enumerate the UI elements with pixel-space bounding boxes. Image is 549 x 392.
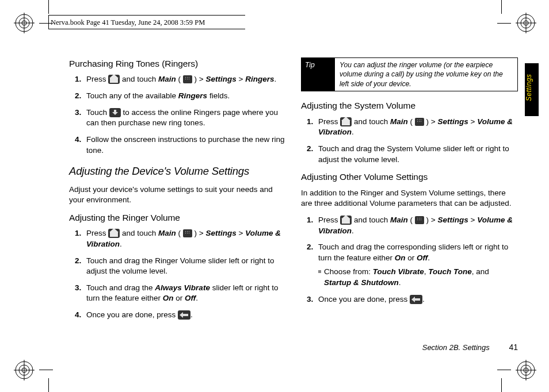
main-grid-icon — [415, 118, 424, 126]
registration-mark-bl — [14, 360, 35, 381]
cropmark — [48, 378, 49, 392]
home-icon — [108, 229, 120, 238]
step-3: Touch to access the online Ringers page … — [77, 107, 286, 129]
intro-other: In addition to the Ringer and System Vol… — [301, 188, 518, 209]
sub-choose-from: Choose from: Touch Vibrate, Touch Tone, … — [318, 267, 518, 288]
book-header-meta: Nerva.book Page 41 Tuesday, June 24, 200… — [51, 18, 205, 27]
step-1: Press and touch Main ( ) > Settings > Vo… — [309, 117, 518, 138]
intro-adjust: Adjust your device's volume settings to … — [69, 185, 286, 206]
bullet-icon — [318, 270, 321, 273]
tip-box: Tip You can adjust the ringer volume (or… — [301, 57, 518, 91]
step-3: Touch and drag the Always Vibrate slider… — [77, 283, 286, 304]
home-icon — [340, 216, 352, 225]
cropmark — [497, 23, 511, 24]
home-icon — [108, 75, 120, 84]
left-column: Purchasing Ring Tones (Ringers) Press an… — [69, 57, 286, 356]
tip-label: Tip — [302, 58, 335, 91]
steps-ringer: Press and touch Main ( ) > Settings > Vo… — [77, 228, 286, 320]
heading-ringer-volume: Adjusting the Ringer Volume — [69, 212, 286, 224]
step-4: Once you are done, press . — [77, 310, 286, 321]
download-icon — [109, 108, 121, 117]
main-grid-icon — [183, 75, 192, 83]
registration-mark-br — [516, 360, 536, 381]
back-icon — [410, 295, 422, 304]
back-icon — [178, 310, 190, 320]
tip-text: You can adjust the ringer volume (or the… — [335, 58, 517, 91]
right-column: Tip You can adjust the ringer volume (or… — [301, 57, 518, 356]
cropmark — [497, 370, 511, 370]
main-grid-icon — [415, 216, 424, 224]
step-2: Touch and drag the System Volume slider … — [309, 144, 518, 165]
cropmark — [39, 370, 53, 370]
heading-adjust-device-volume: Adjusting the Device's Volume Settings — [69, 164, 286, 179]
home-icon — [340, 117, 352, 126]
steps-other-cont: Once you are done, press . — [309, 294, 518, 305]
side-tab-settings: Settings — [525, 63, 539, 116]
step-3: Once you are done, press . — [309, 294, 518, 305]
heading-system-volume: Adjusting the System Volume — [301, 99, 518, 112]
step-2: Touch any of the available Ringers field… — [77, 91, 286, 102]
steps-other: Press and touch Main ( ) > Settings > Vo… — [309, 215, 518, 264]
page-number: 41 — [509, 343, 518, 352]
step-1: Press and touch Main ( ) > Settings > Vo… — [309, 215, 518, 236]
cropmark — [501, 378, 502, 392]
registration-mark-tr — [516, 13, 536, 33]
page-content: Purchasing Ring Tones (Ringers) Press an… — [69, 57, 518, 356]
step-1: Press and touch Main ( ) > Settings > Ri… — [77, 74, 286, 85]
steps-system: Press and touch Main ( ) > Settings > Vo… — [309, 117, 518, 166]
footer-section: Section 2B. Settings — [422, 343, 490, 352]
step-2: Touch and drag the corresponding sliders… — [309, 242, 518, 263]
cropmark — [48, 0, 49, 14]
step-4: Follow the onscreen instructions to purc… — [77, 134, 286, 156]
step-2: Touch and drag the Ringer Volume slider … — [77, 256, 286, 277]
book-header-text: Nerva.book Page 41 Tuesday, June 24, 200… — [51, 18, 205, 26]
heading-other-volume: Adjusting Other Volume Settings — [301, 171, 518, 183]
heading-purchasing-ringers: Purchasing Ring Tones (Ringers) — [69, 57, 286, 70]
page-footer: Section 2B. Settings 41 — [422, 342, 518, 353]
cropmark — [501, 0, 502, 14]
main-grid-icon — [183, 229, 192, 237]
registration-mark-tl — [14, 13, 35, 33]
steps-purchasing: Press and touch Main ( ) > Settings > Ri… — [77, 74, 286, 156]
step-1: Press and touch Main ( ) > Settings > Vo… — [77, 228, 286, 249]
